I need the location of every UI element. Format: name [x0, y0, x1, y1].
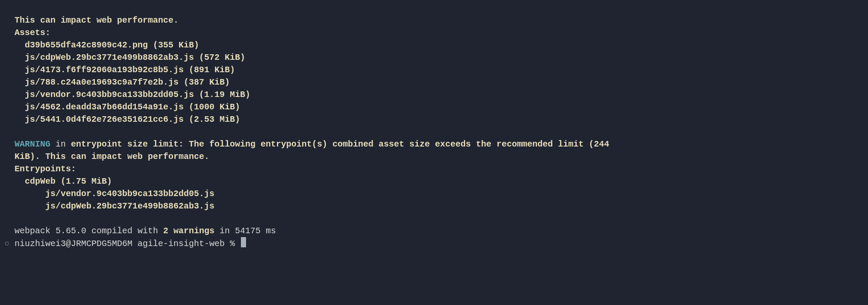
warning-line-1: WARNING in entrypoint size limit: The fo…	[15, 139, 609, 149]
entrypoints-label: Entrypoints:	[15, 164, 76, 174]
asset-line: js/788.c24a0e19693c9a7f7e2b.js (387 KiB)	[15, 77, 230, 87]
warning-in: in	[50, 139, 71, 149]
summary-suffix: in 54175 ms	[214, 226, 276, 236]
entrypoint-file: js/vendor.9c403bb9ca133bb2dd05.js	[15, 189, 214, 199]
assets-label: Assets:	[15, 28, 50, 38]
asset-line: js/vendor.9c403bb9ca133bb2dd05.js (1.19 …	[15, 90, 250, 100]
warning-msg-line2: KiB). This can impact web performance.	[15, 152, 209, 161]
warning-count: 2 warnings	[163, 226, 214, 236]
cursor	[241, 237, 246, 247]
prompt-indicator-icon: ○	[4, 238, 15, 250]
webpack-summary: webpack 5.65.0 compiled with 2 warnings …	[15, 226, 276, 236]
warning-label: WARNING	[15, 139, 50, 149]
terminal-output[interactable]: This can impact web performance. Assets:…	[0, 0, 868, 250]
asset-line: js/cdpWeb.29bc3771e499b8862ab3.js (572 K…	[15, 53, 245, 62]
entrypoint-file: js/cdpWeb.29bc3771e499b8862ab3.js	[15, 201, 214, 211]
entrypoint-name: cdpWeb (1.75 MiB)	[15, 176, 112, 186]
asset-line: js/4562.deadd3a7b66dd154a91e.js (1000 Ki…	[15, 102, 240, 112]
asset-line: js/5441.0d4f62e726e351621cc6.js (2.53 Mi…	[15, 114, 240, 124]
asset-line: js/4173.f6ff92060a193b92c8b5.js (891 KiB…	[15, 65, 235, 75]
prompt-line[interactable]: ○niuzhiwei3@JRMCPDG5MD6M agile-insight-w…	[15, 239, 246, 249]
warning-msg: entrypoint size limit: The following ent…	[71, 139, 609, 149]
shell-prompt: niuzhiwei3@JRMCPDG5MD6M agile-insight-we…	[15, 239, 240, 249]
perf-impact-line: This can impact web performance.	[15, 15, 179, 25]
summary-prefix: webpack 5.65.0 compiled with	[15, 226, 163, 236]
asset-line: d39b655dfa42c8909c42.png (355 KiB)	[15, 40, 199, 50]
